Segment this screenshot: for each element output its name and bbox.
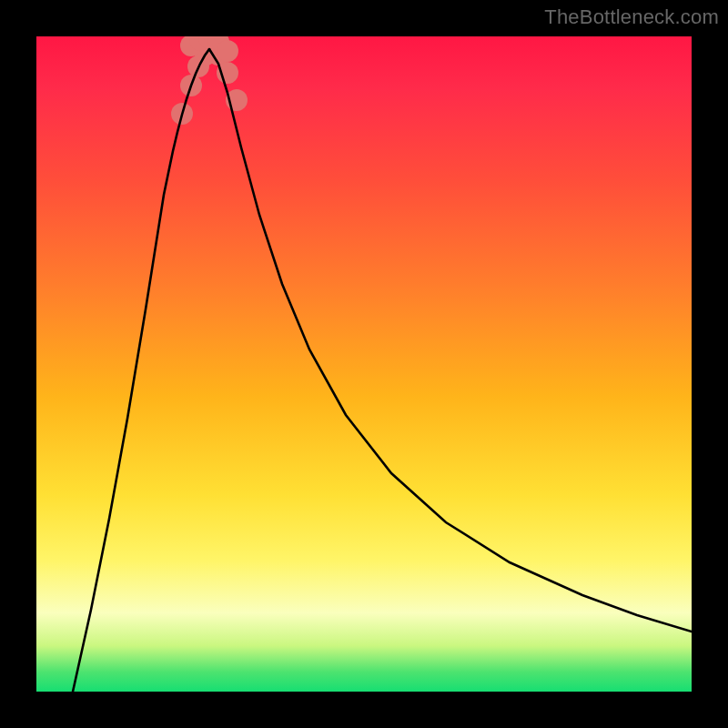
dip-marker-dot [217,40,238,62]
chart-container: TheBottleneck.com [0,0,728,728]
watermark-text: TheBottleneck.com [544,5,719,29]
curve-right-branch [209,49,692,632]
plot-area [36,36,692,692]
curve-svg [36,36,692,692]
curve-left-branch [73,49,209,692]
